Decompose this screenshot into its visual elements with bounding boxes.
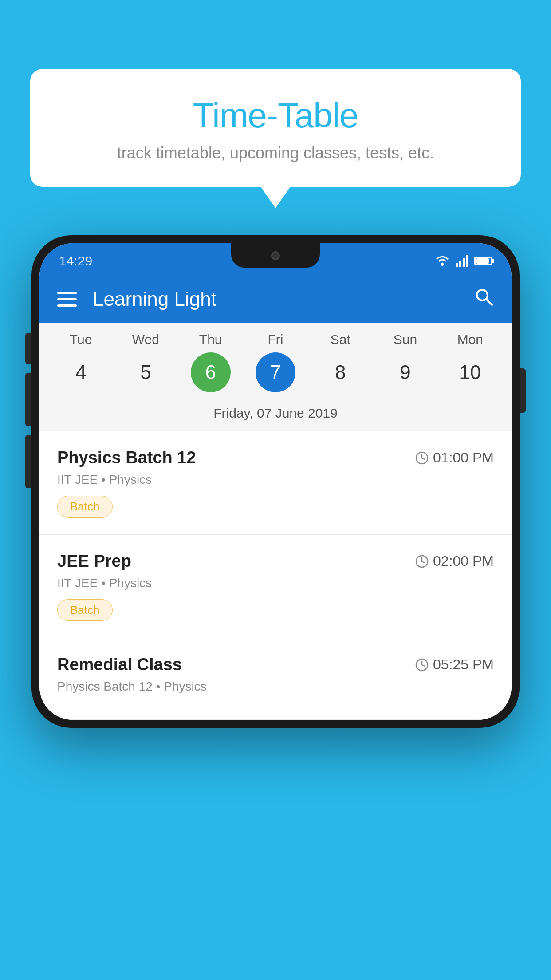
day-number[interactable]: 6 — [191, 352, 231, 392]
batch-badge: Batch — [57, 599, 113, 621]
calendar-strip: Tue4Wed5Thu6Fri7Sat8Sun9Mon10 Friday, 07… — [39, 323, 512, 431]
bubble-title: Time-Table — [52, 95, 499, 136]
class-meta: IIT JEE • Physics — [57, 576, 494, 590]
day-column-8[interactable]: Sat8 — [311, 332, 369, 392]
phone-mockup: 14:29 — [31, 235, 520, 728]
hamburger-menu[interactable] — [57, 292, 77, 307]
class-time: 05:25 PM — [415, 656, 494, 673]
day-column-7[interactable]: Fri7 — [247, 332, 304, 392]
speech-bubble: Time-Table track timetable, upcoming cla… — [30, 69, 521, 187]
svg-line-9 — [422, 458, 425, 459]
day-column-6[interactable]: Thu6 — [182, 332, 240, 392]
clock-icon — [415, 555, 429, 568]
day-name: Sat — [331, 332, 350, 347]
clock-icon — [415, 658, 429, 672]
day-name: Thu — [199, 332, 222, 347]
schedule-list: Physics Batch 1201:00 PMIIT JEE • Physic… — [39, 431, 512, 720]
svg-point-0 — [441, 263, 444, 266]
schedule-item-0[interactable]: Physics Batch 1201:00 PMIIT JEE • Physic… — [39, 431, 512, 535]
day-column-5[interactable]: Wed5 — [117, 332, 174, 392]
day-name: Tue — [70, 332, 92, 347]
bubble-subtitle: track timetable, upcoming classes, tests… — [52, 144, 499, 162]
days-row: Tue4Wed5Thu6Fri7Sat8Sun9Mon10 — [39, 332, 512, 392]
volume-down-button — [25, 373, 31, 426]
day-name: Wed — [132, 332, 159, 347]
class-name: Physics Batch 12 — [57, 448, 196, 467]
schedule-item-1[interactable]: JEE Prep02:00 PMIIT JEE • PhysicsBatch — [39, 535, 512, 638]
class-meta: Physics Batch 12 • Physics — [57, 680, 494, 694]
batch-badge: Batch — [57, 496, 113, 518]
day-column-4[interactable]: Tue4 — [52, 332, 110, 392]
day-name: Mon — [457, 332, 483, 347]
day-column-9[interactable]: Sun9 — [377, 332, 434, 392]
front-camera — [271, 251, 280, 260]
search-icon[interactable] — [474, 287, 494, 311]
schedule-item-header: JEE Prep02:00 PM — [57, 552, 494, 571]
status-time: 14:29 — [59, 253, 92, 269]
schedule-item-header: Remedial Class05:25 PM — [57, 655, 494, 674]
notch — [231, 243, 320, 268]
app-title: Learning Light — [93, 288, 474, 310]
day-number[interactable]: 7 — [256, 352, 295, 392]
schedule-item-2[interactable]: Remedial Class05:25 PMPhysics Batch 12 •… — [39, 638, 512, 720]
day-number[interactable]: 8 — [320, 352, 360, 392]
svg-line-6 — [486, 299, 492, 305]
schedule-item-header: Physics Batch 1201:00 PM — [57, 448, 494, 467]
svg-line-15 — [422, 665, 425, 666]
svg-rect-3 — [463, 258, 465, 267]
selected-date-label: Friday, 07 June 2019 — [39, 399, 512, 431]
class-time: 01:00 PM — [415, 450, 494, 466]
svg-rect-1 — [456, 263, 458, 267]
svg-line-12 — [422, 561, 425, 563]
wifi-icon — [434, 255, 450, 267]
day-name: Sun — [394, 332, 417, 347]
class-time: 02:00 PM — [415, 553, 494, 569]
battery-icon — [474, 257, 492, 265]
day-name: Fri — [268, 332, 283, 347]
day-number[interactable]: 10 — [450, 352, 490, 392]
day-number[interactable]: 5 — [126, 352, 165, 392]
svg-rect-2 — [459, 261, 461, 267]
status-icons — [434, 255, 492, 267]
signal-icon — [456, 255, 469, 267]
silent-button — [25, 435, 31, 488]
clock-icon — [415, 451, 429, 465]
day-column-10[interactable]: Mon10 — [441, 332, 499, 392]
svg-rect-4 — [466, 255, 468, 267]
volume-up-button — [25, 333, 31, 364]
day-number[interactable]: 4 — [61, 352, 101, 392]
class-name: JEE Prep — [57, 552, 131, 571]
power-button — [520, 368, 526, 413]
app-header: Learning Light — [39, 275, 512, 323]
class-meta: IIT JEE • Physics — [57, 473, 494, 487]
class-name: Remedial Class — [57, 655, 182, 674]
day-number[interactable]: 9 — [386, 352, 425, 392]
